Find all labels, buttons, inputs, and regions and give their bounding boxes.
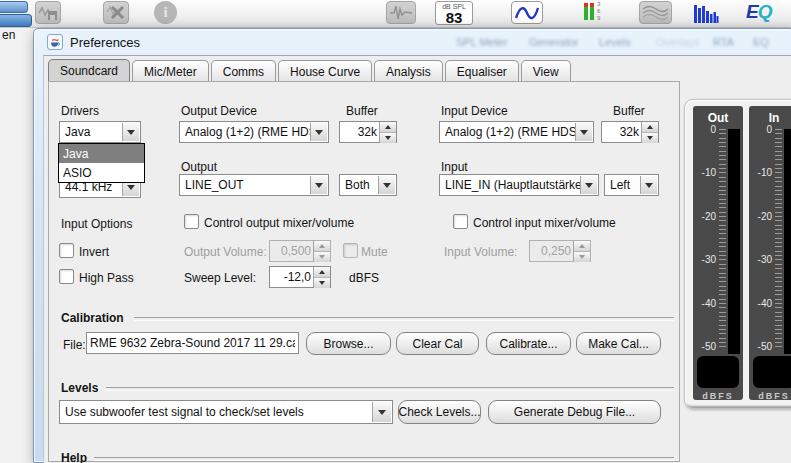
- control-output-mixer-label: Control output mixer/volume: [204, 216, 354, 230]
- impulse-icon[interactable]: [386, 1, 416, 24]
- output-device-select[interactable]: Analog (1+2) (RME HDS...: [179, 121, 329, 143]
- control-output-mixer-checkbox[interactable]: [184, 214, 199, 229]
- delete-measurement-icon[interactable]: [103, 1, 129, 24]
- levels-tick: 9: [597, 15, 600, 22]
- out-meter-label: Out: [693, 111, 743, 125]
- spin-down-icon[interactable]: [642, 133, 658, 143]
- in-meter-label: In: [749, 111, 791, 125]
- ghost-label: RTA: [713, 36, 734, 48]
- input-select[interactable]: LINE_IN (Hauptlautstärke): [439, 174, 599, 196]
- input-device-value: Analog (1+2) (RME HDS...: [445, 125, 587, 139]
- chevron-down-icon[interactable]: [640, 176, 657, 194]
- meter-unit-label: dBFS: [749, 391, 791, 401]
- eq-logo[interactable]: E Q: [746, 1, 772, 23]
- input-volume-value: 0,250: [541, 244, 571, 258]
- eq-logo-q: Q: [758, 1, 773, 23]
- control-input-mixer-checkbox[interactable]: [453, 214, 468, 229]
- levels-meter-icon[interactable]: 3 6 9: [583, 1, 600, 23]
- drivers-popup-list: Java ASIO: [58, 143, 145, 183]
- tab-mic-meter[interactable]: Mic/Meter: [132, 60, 209, 82]
- high-pass-checkbox[interactable]: [59, 269, 74, 284]
- scale-tick-label: -40: [750, 298, 772, 309]
- meter-unit-label: dBFS: [693, 391, 743, 401]
- high-pass-label: High Pass: [79, 271, 134, 285]
- scale-tick-label: -10: [694, 167, 716, 178]
- spin-down-icon[interactable]: [380, 133, 396, 143]
- make-cal-button[interactable]: Make Cal...: [576, 332, 661, 355]
- levels-method-select[interactable]: Use subwoofer test signal to check/set l…: [59, 400, 393, 424]
- spin-up-icon[interactable]: [642, 122, 658, 133]
- info-icon[interactable]: i: [154, 1, 177, 24]
- calibrate-button[interactable]: Calibrate...: [486, 332, 571, 355]
- chevron-down-icon[interactable]: [310, 176, 327, 194]
- browse-button[interactable]: Browse...: [306, 332, 391, 355]
- input-device-select[interactable]: Analog (1+2) (RME HDS...: [439, 121, 594, 143]
- levels-tick: 3: [597, 1, 600, 8]
- scale-tick-label: -30: [750, 254, 772, 265]
- spin-up-icon[interactable]: [380, 122, 396, 133]
- tab-soundcard[interactable]: Soundcard: [48, 59, 130, 82]
- tab-comms[interactable]: Comms: [211, 60, 276, 82]
- tab-view[interactable]: View: [521, 60, 571, 82]
- section-divider: [94, 457, 674, 461]
- chevron-down-icon[interactable]: [575, 123, 592, 141]
- output-buffer-label: Buffer: [346, 104, 378, 118]
- chevron-down-icon[interactable]: [372, 402, 391, 422]
- invert-checkbox[interactable]: [59, 243, 74, 258]
- ghost-label: Generator: [529, 36, 579, 48]
- drivers-popup-item-asio[interactable]: ASIO: [59, 163, 144, 182]
- tab-house-curve[interactable]: House Curve: [278, 60, 372, 82]
- chevron-down-icon[interactable]: [580, 176, 597, 194]
- scale-tick-label: -50: [694, 341, 716, 352]
- scale-tick-label: -40: [694, 298, 716, 309]
- dialog-title: Preferences: [70, 35, 140, 50]
- level-meters-panel: Out 0 -10 -20 -30 -40 -50 dBFS In 0 -10 …: [684, 99, 791, 409]
- chevron-down-icon[interactable]: [378, 176, 395, 194]
- chevron-down-icon[interactable]: [122, 123, 139, 141]
- chevron-down-icon[interactable]: [310, 123, 327, 141]
- overlays-icon[interactable]: [639, 1, 672, 24]
- output-select[interactable]: LINE_OUT: [179, 174, 329, 196]
- input-channel-select[interactable]: Left: [604, 174, 659, 196]
- spin-down-icon[interactable]: [314, 278, 330, 288]
- input-volume-label: Input Volume:: [444, 245, 517, 259]
- save-measurement-icon[interactable]: [35, 1, 61, 24]
- cal-file-input[interactable]: [86, 332, 299, 354]
- clear-cal-button[interactable]: Clear Cal: [396, 332, 479, 355]
- cal-file-label: File:: [63, 338, 86, 352]
- scale-tick-label: -30: [694, 254, 716, 265]
- scale-tick-label: -20: [750, 211, 772, 222]
- input-buffer-spinner[interactable]: 32k: [601, 121, 659, 143]
- spin-down-icon: [314, 252, 330, 262]
- input-channel-value: Left: [610, 178, 630, 192]
- tab-equaliser[interactable]: Equaliser: [445, 60, 519, 82]
- scale-tick-label: -20: [694, 211, 716, 222]
- input-volume-spinner: 0,250: [529, 240, 591, 262]
- sweep-unit-label: dBFS: [349, 271, 379, 285]
- dialog-titlebar[interactable]: Preferences SPL Meter Generator Levels O…: [34, 29, 791, 55]
- output-volume-value: 0,500: [281, 244, 311, 258]
- spl-meter-button[interactable]: dB SPL 83: [435, 1, 473, 25]
- generator-icon[interactable]: [511, 1, 543, 24]
- output-buffer-value: 32k: [358, 125, 377, 139]
- output-value: LINE_OUT: [185, 178, 244, 192]
- meter-readout: [697, 356, 739, 388]
- scale-tick-label: -10: [750, 167, 772, 178]
- levels-section-title: Levels: [61, 381, 98, 395]
- meter-bar: [728, 129, 740, 354]
- meter-tick-marks: [775, 129, 782, 348]
- tab-analysis[interactable]: Analysis: [374, 60, 443, 82]
- spin-up-icon[interactable]: [314, 267, 330, 278]
- sweep-level-spinner[interactable]: -12,0: [269, 266, 331, 288]
- drivers-popup-item-java[interactable]: Java: [59, 144, 144, 163]
- generate-debug-file-button[interactable]: Generate Debug File...: [488, 400, 661, 424]
- meter-readout: [753, 356, 791, 388]
- output-buffer-spinner[interactable]: 32k: [339, 121, 397, 143]
- check-levels-button[interactable]: Check Levels...: [398, 400, 481, 424]
- drivers-select[interactable]: Java: [59, 121, 141, 143]
- meter-bar: [784, 129, 791, 354]
- help-section-title: Help: [61, 451, 87, 463]
- output-channel-select[interactable]: Both: [339, 174, 397, 196]
- rta-icon[interactable]: [692, 1, 719, 29]
- dialog-content: Soundcard Mic/Meter Comms House Curve An…: [43, 55, 791, 463]
